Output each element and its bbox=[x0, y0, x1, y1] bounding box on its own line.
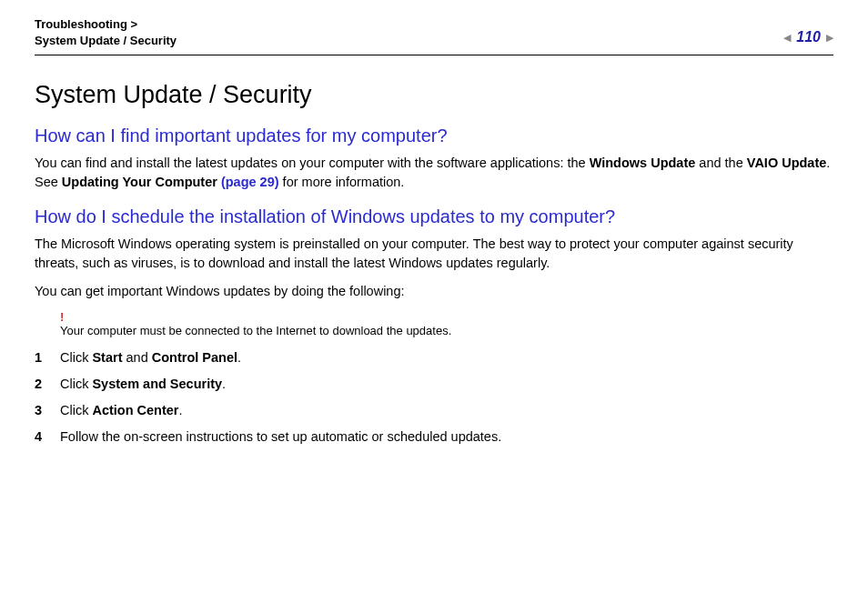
page-header: Troubleshooting > System Update / Securi… bbox=[35, 16, 833, 55]
page-title: System Update / Security bbox=[35, 81, 833, 109]
step-number: 3 bbox=[35, 401, 60, 420]
next-page-icon[interactable]: ▶ bbox=[826, 32, 833, 44]
list-item: 2 Click System and Security. bbox=[35, 375, 833, 394]
text: and the bbox=[695, 156, 746, 170]
text: Click bbox=[60, 350, 92, 365]
steps-list: 1 Click Start and Control Panel. 2 Click… bbox=[35, 348, 833, 447]
breadcrumb: Troubleshooting > System Update / Securi… bbox=[35, 16, 177, 49]
text: Click bbox=[60, 403, 92, 417]
warning-block: ! Your computer must be connected to the… bbox=[60, 310, 833, 339]
step-text: Click Action Center. bbox=[60, 401, 183, 420]
bold-text: Start bbox=[92, 350, 122, 365]
section-heading-2: How do I schedule the installation of Wi… bbox=[35, 206, 833, 227]
step-text: Click System and Security. bbox=[60, 375, 226, 394]
text: You can find and install the latest upda… bbox=[35, 156, 590, 170]
text: for more information. bbox=[279, 175, 405, 189]
step-text: Click Start and Control Panel. bbox=[60, 348, 241, 367]
section1-paragraph: You can find and install the latest upda… bbox=[35, 154, 833, 192]
page-link[interactable]: (page 29) bbox=[221, 175, 279, 189]
warning-icon: ! bbox=[60, 310, 833, 324]
breadcrumb-line2: System Update / Security bbox=[35, 33, 177, 49]
text: and bbox=[123, 350, 152, 365]
bold-text: Updating Your Computer bbox=[62, 175, 221, 189]
bold-text: System and Security bbox=[92, 377, 222, 391]
section2-paragraph1: The Microsoft Windows operating system i… bbox=[35, 235, 833, 273]
list-item: 4 Follow the on-screen instructions to s… bbox=[35, 427, 833, 447]
text: Click bbox=[60, 377, 92, 391]
page-navigation: ◀ 110 ▶ bbox=[783, 16, 833, 45]
step-number: 4 bbox=[35, 427, 60, 447]
step-number: 1 bbox=[35, 348, 60, 367]
step-number: 2 bbox=[35, 375, 60, 394]
text: . bbox=[222, 377, 226, 391]
bold-text: Control Panel bbox=[152, 350, 237, 365]
section-heading-1: How can I find important updates for my … bbox=[35, 126, 833, 146]
bold-text: Action Center bbox=[92, 403, 178, 417]
breadcrumb-line1: Troubleshooting > bbox=[35, 16, 177, 33]
warning-text: Your computer must be connected to the I… bbox=[60, 324, 833, 339]
page-number: 110 bbox=[796, 29, 821, 45]
prev-page-icon[interactable]: ◀ bbox=[783, 32, 791, 44]
step-text: Follow the on-screen instructions to set… bbox=[60, 427, 501, 447]
bold-text: Windows Update bbox=[590, 156, 696, 170]
list-item: 1 Click Start and Control Panel. bbox=[35, 348, 833, 367]
section2-paragraph2: You can get important Windows updates by… bbox=[35, 282, 833, 301]
text: . bbox=[237, 350, 241, 365]
text: . bbox=[179, 403, 183, 417]
bold-text: VAIO Update bbox=[747, 156, 827, 170]
list-item: 3 Click Action Center. bbox=[35, 401, 833, 420]
